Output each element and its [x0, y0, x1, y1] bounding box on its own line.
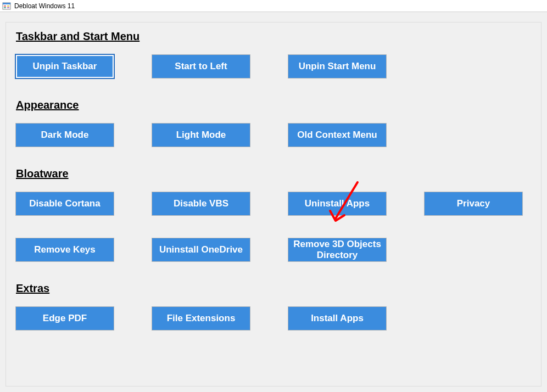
bloatware-buttons-row-1: Disable Cortana Disable VBS Uninstall Ap… [16, 192, 531, 215]
svg-rect-2 [4, 5, 6, 7]
content-area: Taskbar and Start Menu Unpin Taskbar Sta… [0, 12, 547, 392]
disable-cortana-button[interactable]: Disable Cortana [16, 192, 114, 215]
edge-pdf-button[interactable]: Edge PDF [16, 307, 114, 330]
file-extensions-button[interactable]: File Extensions [152, 307, 250, 330]
bloatware-buttons-row-2: Remove Keys Uninstall OneDrive Remove 3D… [16, 238, 531, 261]
start-to-left-button[interactable]: Start to Left [152, 55, 250, 78]
window-titlebar: Debloat Windows 11 [0, 0, 547, 12]
section-heading-appearance: Appearance [16, 99, 531, 111]
install-apps-button[interactable]: Install Apps [288, 307, 386, 330]
svg-rect-1 [3, 3, 10, 4]
section-heading-taskbar: Taskbar and Start Menu [16, 30, 531, 43]
app-icon [2, 2, 11, 10]
uninstall-apps-button[interactable]: Uninstall Apps [288, 192, 386, 215]
dark-mode-button[interactable]: Dark Mode [16, 124, 114, 147]
svg-rect-4 [4, 7, 6, 8]
main-panel: Taskbar and Start Menu Unpin Taskbar Sta… [5, 22, 542, 387]
light-mode-button[interactable]: Light Mode [152, 124, 250, 147]
unpin-start-menu-button[interactable]: Unpin Start Menu [288, 55, 386, 78]
remove-keys-button[interactable]: Remove Keys [16, 238, 114, 261]
uninstall-onedrive-button[interactable]: Uninstall OneDrive [152, 238, 250, 261]
svg-rect-3 [7, 5, 9, 7]
taskbar-buttons-row: Unpin Taskbar Start to Left Unpin Start … [16, 55, 531, 78]
svg-rect-5 [7, 7, 9, 8]
section-heading-bloatware: Bloatware [16, 167, 531, 180]
unpin-taskbar-button[interactable]: Unpin Taskbar [16, 55, 114, 78]
extras-buttons-row: Edge PDF File Extensions Install Apps [16, 307, 531, 330]
section-heading-extras: Extras [16, 282, 531, 295]
window-title: Debloat Windows 11 [14, 2, 75, 10]
remove-3d-objects-button[interactable]: Remove 3D Objects Directory [288, 238, 386, 261]
disable-vbs-button[interactable]: Disable VBS [152, 192, 250, 215]
appearance-buttons-row: Dark Mode Light Mode Old Context Menu [16, 124, 531, 147]
privacy-button[interactable]: Privacy [425, 192, 522, 215]
old-context-menu-button[interactable]: Old Context Menu [288, 124, 386, 147]
